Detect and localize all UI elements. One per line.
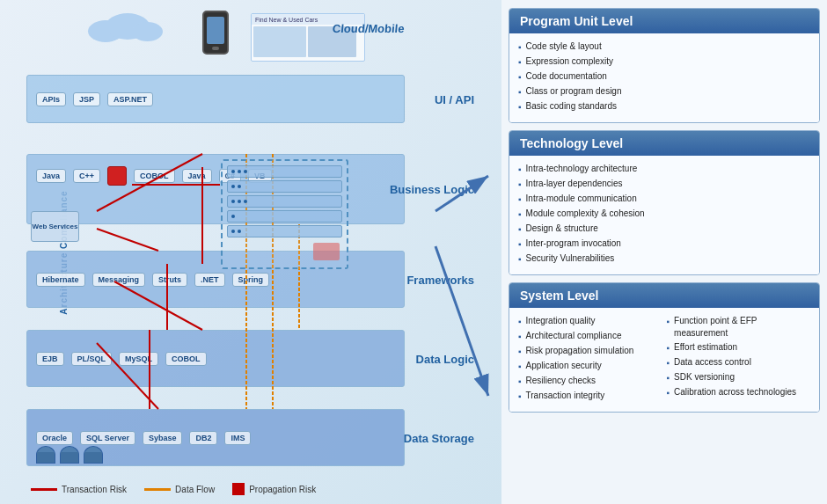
tech-java1: Java [36,169,66,183]
cloud-mobile-label: Cloud/Mobile [333,22,406,35]
tbullet-3: ▪ [518,194,522,206]
bullet-3: ▪ [518,71,522,84]
program-unit-item-4: ▪ Class or program design [518,85,810,99]
layer-datalogic-label: Data Logic [416,352,474,365]
program-unit-header: Program Unit Level [509,9,819,33]
program-unit-text-4: Class or program design [526,85,622,98]
tech-text-4: Module complexity & cohesion [526,208,645,220]
tech-item-4: ▪ Module complexity & cohesion [518,208,810,221]
tech-oracle: Oracle [36,431,73,445]
phone-icon [202,11,229,55]
tech-jsp: JSP [73,92,100,106]
tech-cpp: C++ [73,169,100,183]
phone-screen [207,17,224,44]
layer-uiapi: APIs JSP ASP.NET UI / API [26,75,405,123]
sys-item-1: ▪ Integration quality [518,315,662,328]
system-level-body: ▪ Integration quality ▪ Architectural co… [509,308,819,412]
program-unit-box: Program Unit Level ▪ Code style & layout… [509,8,820,123]
system-level-box: System Level ▪ Integration quality ▪ Arc… [509,282,820,413]
tech-dotnet: .NET [194,273,225,287]
sys-text-3: Risk propagation simulation [526,345,634,357]
layer-datastorage: Oracle SQL Server Sybase DB2 IMS Data St… [26,409,405,466]
layer-datalogic: EJB PL/SQL MySQL COBOL Data Logic [26,330,405,387]
sys-item-10: ▪ SDK versioning [667,371,811,384]
tech-hibernate: Hibernate [36,273,85,287]
bullet-5: ▪ [518,101,522,113]
stack-container: Find New & Used Cars Cloud/Mobile APIs J… [26,9,457,475]
tech-plsql: PL/SQL [71,352,113,366]
mini-stack [223,161,347,245]
propagation-risk-box [107,166,127,186]
tech-item-7: ▪ Security Vulnerabilities [518,252,810,266]
tech-text-7: Security Vulnerabilities [526,252,615,265]
sys-text-4: Application security [526,360,602,372]
cloud-mobile-layer: Find New & Used Cars Cloud/Mobile [79,9,414,70]
mini-layer-3 [227,195,342,208]
sys-item-6: ▪ Transaction integrity [518,390,662,403]
tbullet-2: ▪ [518,179,522,191]
sys-text-2: Architectural compliance [526,330,622,342]
tech-text-2: Intra-layer dependencies [526,178,623,190]
sys-item-7: ▪ Function point & EFP measurement [667,315,811,340]
program-unit-text-1: Code style & layout [526,40,602,53]
sbullet-11: ▪ [667,387,670,399]
tbullet-1: ▪ [518,164,522,176]
legend-transaction-risk: Transaction Risk [31,483,127,495]
tech-ejb: EJB [36,352,64,366]
mini-layer-2 [227,180,342,193]
tech-aspnet: ASP.NET [107,92,153,106]
db-cyl-3 [84,446,103,464]
bullet-2: ▪ [518,56,522,69]
cloud-3 [132,22,163,41]
tech-text-5: Design & structure [526,223,598,235]
tech-text-3: Intra-module communication [526,193,637,205]
sys-item-8: ▪ Effort estimation [667,341,811,354]
sys-text-6: Transaction integrity [526,390,605,402]
sys-item-4: ▪ Application security [518,360,662,373]
tech-sqlserver: SQL Server [80,431,135,445]
sbullet-2: ▪ [518,331,522,343]
tech-cobol1: COBOL [134,169,175,183]
technology-level-body: ▪ Intra-technology architecture ▪ Intra-… [509,156,819,274]
tech-messaging: Messaging [92,273,146,287]
layer-uiapi-content: APIs JSP ASP.NET [36,80,325,118]
sys-text-11: Calibration across technologies [674,386,796,398]
tech-text-6: Inter-program invocation [526,237,621,250]
tech-db2: DB2 [189,431,217,445]
tech-struts: Struts [152,273,187,287]
sbullet-7: ▪ [667,316,670,328]
bullet-4: ▪ [518,86,522,99]
sys-text-8: Effort estimation [674,341,737,354]
tbullet-5: ▪ [518,223,522,236]
sbullet-5: ▪ [518,376,522,388]
tbullet-7: ▪ [518,253,522,266]
sbullet-3: ▪ [518,346,522,358]
system-level-columns: ▪ Integration quality ▪ Architectural co… [518,313,810,405]
layer-uiapi-label: UI / API [435,92,474,106]
tbullet-6: ▪ [518,238,522,251]
program-unit-text-2: Expression complexity [526,55,613,68]
sys-text-10: SDK versioning [674,371,735,383]
propagation-risk-legend-box [232,483,245,495]
tech-item-5: ▪ Design & structure [518,223,810,236]
program-unit-text-5: Basic coding standards [526,100,617,113]
transaction-risk-label: Transaction Risk [62,485,127,494]
tech-item-2: ▪ Intra-layer dependencies [518,178,810,191]
sys-text-1: Integration quality [526,315,596,327]
bullet-1: ▪ [518,41,522,54]
sbullet-8: ▪ [667,342,670,354]
sys-item-5: ▪ Resiliency checks [518,375,662,388]
right-panel: Program Unit Level ▪ Code style & layout… [501,0,827,504]
tech-apis: APIs [36,92,66,106]
db-cylinders [36,446,103,464]
webpage-mockup: Find New & Used Cars [251,13,365,62]
sbullet-1: ▪ [518,316,522,328]
tech-sybase: Sybase [143,431,183,445]
legend-propagation-risk: Propagation Risk [232,483,316,495]
tech-mysql: MySQL [119,352,158,366]
diagram-area: Architecture Compliance Find New & Us [0,0,501,504]
legend: Transaction Risk Data Flow Propagation R… [31,483,316,495]
db-cyl-1 [36,446,55,464]
layer-frameworks-label: Frameworks [406,273,474,286]
sys-text-5: Resiliency checks [526,375,596,387]
